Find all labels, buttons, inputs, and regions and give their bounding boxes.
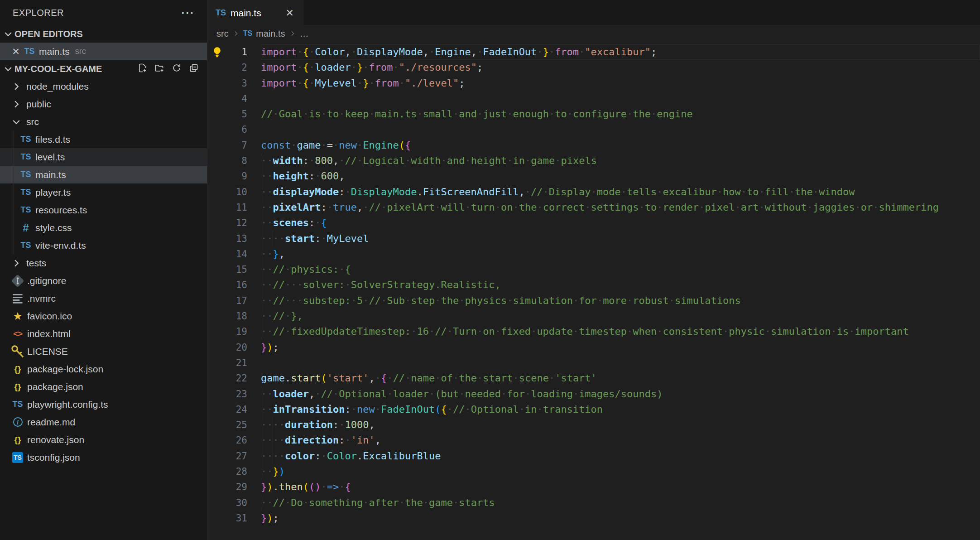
- tree-file-LICENSE[interactable]: LICENSE: [0, 342, 207, 360]
- line-number[interactable]: 19: [207, 324, 261, 339]
- line-number[interactable]: 22: [207, 371, 261, 386]
- line-number[interactable]: 6: [207, 122, 261, 137]
- code-line-content[interactable]: ··loader,·//·Optional·loader·(but·needed…: [261, 386, 980, 402]
- tree-file-.nvmrc[interactable]: .nvmrc: [0, 289, 207, 307]
- tree-folder-src[interactable]: src: [0, 113, 207, 130]
- line-number[interactable]: 29: [207, 479, 261, 495]
- code-line-content[interactable]: ··}): [261, 464, 980, 479]
- line-number[interactable]: 15: [207, 262, 261, 277]
- code-line-content[interactable]: ··},: [261, 246, 980, 262]
- more-actions-icon[interactable]: ⋯: [181, 10, 195, 15]
- code-line-content[interactable]: //·Goal·is·to·keep·main.ts·small·and·jus…: [261, 106, 980, 122]
- open-editors-section-header[interactable]: OPEN EDITORS: [0, 25, 207, 43]
- line-number[interactable]: 10: [207, 184, 261, 200]
- code-line-content[interactable]: }).then(()·=>·{: [261, 479, 980, 495]
- line-number[interactable]: 27: [207, 448, 261, 464]
- code-line-content[interactable]: });: [261, 511, 980, 526]
- tree-file-package.json[interactable]: {} package.json: [0, 378, 207, 395]
- refresh-button[interactable]: [172, 63, 182, 75]
- tree-file-files.d.ts[interactable]: TS files.d.ts: [0, 130, 207, 148]
- tree-file-favicon.ico[interactable]: ★ favicon.ico: [0, 307, 207, 325]
- tree-file-resources.ts[interactable]: TS resources.ts: [0, 201, 207, 219]
- code-line-content[interactable]: ····start:·MyLevel: [261, 231, 980, 246]
- tree-file-playwright.config.ts[interactable]: TS playwright.config.ts: [0, 395, 207, 413]
- code-line-content[interactable]: ··pixelArt:·true,·//·pixelArt·will·turn·…: [261, 200, 980, 215]
- code-line-content[interactable]: ··width:·800,·//·Logical·width·and·heigh…: [261, 153, 980, 169]
- lightbulb-icon[interactable]: [211, 46, 223, 58]
- new-file-button[interactable]: [137, 63, 147, 75]
- line-number[interactable]: 7: [207, 138, 261, 153]
- line-number[interactable]: 25: [207, 417, 261, 433]
- tree-file-level.ts[interactable]: TS level.ts: [0, 148, 207, 166]
- breadcrumb-item[interactable]: TSmain.ts: [243, 29, 285, 39]
- code-line-content[interactable]: ··//···solver:·SolverStrategy.Realistic,: [261, 277, 980, 293]
- line-number[interactable]: 8: [207, 153, 261, 169]
- workspace-section-header[interactable]: MY-COOL-EX-GAME: [0, 60, 207, 77]
- line-number[interactable]: 21: [207, 355, 261, 371]
- close-icon[interactable]: ✕: [10, 46, 22, 57]
- tree-file-.gitignore[interactable]: .gitignore: [0, 272, 207, 289]
- line-number[interactable]: 3: [207, 76, 261, 91]
- code-line-content[interactable]: ··inTransition:·new·FadeInOut({·//·Optio…: [261, 402, 980, 417]
- code-line-content[interactable]: ··displayMode:·DisplayMode.FitScreenAndF…: [261, 184, 980, 200]
- breadcrumb-item[interactable]: src: [216, 29, 229, 39]
- tree-file-style.css[interactable]: # style.css: [0, 219, 207, 236]
- tree-folder-tests[interactable]: tests: [0, 254, 207, 272]
- line-number[interactable]: 24: [207, 402, 261, 417]
- code-line-content[interactable]: import·{·Color,·DisplayMode,·Engine,·Fad…: [261, 44, 980, 60]
- code-line-content[interactable]: ··//·physics:·{: [261, 262, 980, 277]
- code-line-content[interactable]: import·{·MyLevel·}·from·"./level";: [261, 76, 980, 91]
- tree-file-package-lock.json[interactable]: {} package-lock.json: [0, 360, 207, 378]
- line-number[interactable]: 28: [207, 464, 261, 479]
- new-folder-button[interactable]: [154, 63, 164, 75]
- code-line-content[interactable]: const·game·=·new·Engine({: [261, 138, 980, 153]
- code-line-content[interactable]: ··//·fixedUpdateTimestep:·16·//·Turn·on·…: [261, 324, 980, 339]
- tree-folder-node_modules[interactable]: node_modules: [0, 77, 207, 95]
- line-number[interactable]: 20: [207, 340, 261, 355]
- collapse-all-button[interactable]: [189, 63, 199, 75]
- line-number[interactable]: 16: [207, 277, 261, 293]
- tree-file-player.ts[interactable]: TS player.ts: [0, 183, 207, 201]
- tree-file-index.html[interactable]: <> index.html: [0, 325, 207, 342]
- line-number[interactable]: 14: [207, 246, 261, 262]
- line-number[interactable]: 2: [207, 60, 261, 75]
- close-icon[interactable]: ✕: [284, 6, 296, 20]
- line-number[interactable]: 26: [207, 433, 261, 448]
- line-number[interactable]: 5: [207, 106, 261, 122]
- code-line-content[interactable]: [261, 122, 980, 137]
- line-number[interactable]: 30: [207, 495, 261, 511]
- code-line-content[interactable]: ····color:·Color.ExcaliburBlue: [261, 448, 980, 464]
- code-line-content[interactable]: [261, 91, 980, 106]
- line-number[interactable]: 12: [207, 215, 261, 231]
- open-editor-main.ts[interactable]: ✕ TS main.ts src: [0, 43, 207, 60]
- tree-file-vite-env.d.ts[interactable]: TS vite-env.d.ts: [0, 236, 207, 254]
- tree-folder-public[interactable]: public: [0, 95, 207, 113]
- code-line-content[interactable]: ··//·Do·something·after·the·game·starts: [261, 495, 980, 511]
- line-number[interactable]: 17: [207, 293, 261, 309]
- code-line-content[interactable]: ··//···substep:·5·//·Sub·step·the·physic…: [261, 293, 980, 309]
- code-line-content[interactable]: });: [261, 340, 980, 355]
- line-number[interactable]: 4: [207, 91, 261, 106]
- line-number[interactable]: 9: [207, 169, 261, 184]
- tree-file-renovate.json[interactable]: {} renovate.json: [0, 431, 207, 448]
- ts-file-icon: TS: [20, 205, 31, 215]
- line-number[interactable]: 23: [207, 386, 261, 402]
- code-line-content[interactable]: ··height:·600,: [261, 169, 980, 184]
- code-line-content[interactable]: ··//·},: [261, 309, 980, 324]
- breadcrumb-item[interactable]: …: [300, 29, 309, 39]
- code-line-content[interactable]: ····direction:·'in',: [261, 433, 980, 448]
- tree-file-main.ts[interactable]: TS main.ts: [0, 166, 207, 183]
- code-line-content[interactable]: ····duration:·1000,: [261, 417, 980, 433]
- line-number[interactable]: 31: [207, 511, 261, 526]
- tree-file-tsconfig.json[interactable]: TS tsconfig.json: [0, 448, 207, 466]
- code-line-content[interactable]: import·{·loader·}·from·"./resources";: [261, 60, 980, 75]
- line-number[interactable]: 1: [207, 44, 261, 60]
- line-number[interactable]: 18: [207, 309, 261, 324]
- line-number[interactable]: 13: [207, 231, 261, 246]
- tree-file-readme.md[interactable]: i readme.md: [0, 413, 207, 431]
- code-line-content[interactable]: game.start('start',·{·//·name·of·the·sta…: [261, 371, 980, 386]
- code-line-content[interactable]: [261, 355, 980, 371]
- code-line-content[interactable]: ··scenes:·{: [261, 215, 980, 231]
- line-number[interactable]: 11: [207, 200, 261, 215]
- tab-main-ts[interactable]: TS main.ts ✕: [207, 0, 303, 26]
